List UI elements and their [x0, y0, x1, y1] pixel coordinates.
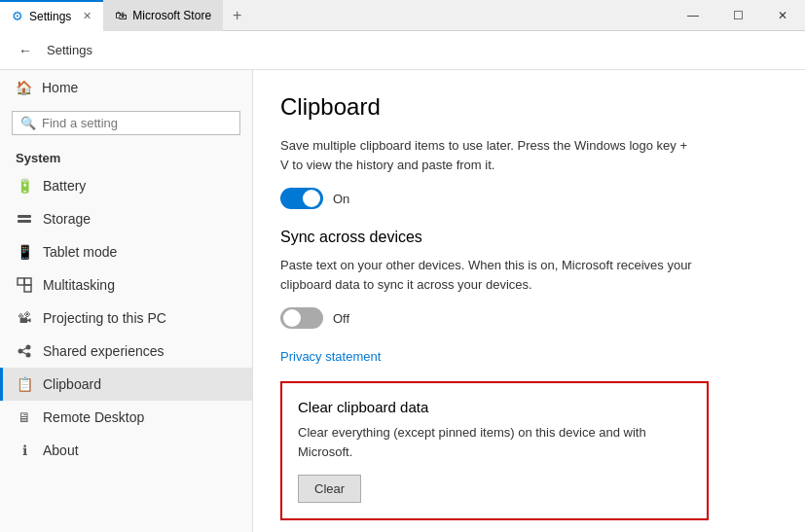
window-controls: — ☐ ✕ — [671, 0, 805, 31]
window-title: Settings — [47, 43, 92, 57]
sidebar-item-tablet-label: Tablet mode — [43, 244, 117, 260]
clear-box-description: Clear everything (except pinned items) o… — [298, 423, 691, 461]
sidebar-item-home[interactable]: 🏠 Home — [0, 70, 252, 105]
sidebar-item-about[interactable]: ℹ About — [0, 434, 252, 467]
settings-tab-icon: ⚙ — [12, 9, 23, 23]
back-button[interactable]: ← — [12, 37, 39, 64]
sync-toggle-thumb — [283, 309, 301, 327]
sync-toggle-row: Off — [280, 307, 778, 329]
svg-rect-1 — [18, 220, 31, 223]
search-icon: 🔍 — [20, 116, 36, 130]
svg-point-5 — [18, 349, 23, 354]
tab-microsoft-store[interactable]: 🛍 Microsoft Store — [103, 0, 223, 31]
sync-description: Paste text on your other devices. When t… — [280, 256, 699, 294]
toggle-thumb — [303, 190, 320, 207]
projecting-icon: 📽 — [16, 309, 33, 327]
clear-box-title: Clear clipboard data — [298, 399, 691, 415]
remote-desktop-icon: 🖥 — [16, 408, 33, 426]
about-icon: ℹ — [16, 442, 33, 459]
sync-toggle-label: Off — [333, 311, 349, 326]
svg-point-7 — [26, 353, 31, 358]
settings-tab-label: Settings — [29, 10, 71, 23]
sidebar-item-shared-experiences[interactable]: Shared experiences — [0, 335, 252, 368]
sidebar-item-storage-label: Storage — [43, 211, 91, 227]
new-tab-button[interactable]: + — [223, 0, 251, 31]
store-tab-icon: 🛍 — [115, 9, 127, 22]
sidebar-section-system: System — [0, 145, 252, 169]
page-title: Clipboard — [280, 93, 778, 121]
home-icon: 🏠 — [16, 80, 32, 95]
titlebar: ⚙ Settings ✕ 🛍 Microsoft Store + — ☐ ✕ — [0, 0, 805, 31]
minimize-button[interactable]: — — [671, 0, 715, 31]
sidebar-item-clipboard-label: Clipboard — [43, 376, 101, 392]
sidebar-item-battery[interactable]: 🔋 Battery — [0, 169, 252, 202]
window: ← Settings 🏠 Home 🔍 System 🔋 Battery — [0, 31, 805, 532]
sidebar-item-remote-desktop[interactable]: 🖥 Remote Desktop — [0, 401, 252, 434]
shared-icon — [16, 342, 33, 360]
battery-icon: 🔋 — [16, 177, 33, 195]
sidebar-item-projecting-label: Projecting to this PC — [43, 310, 166, 326]
sidebar-item-multitasking-label: Multitasking — [43, 277, 115, 293]
clear-button[interactable]: Clear — [298, 475, 361, 503]
sidebar-item-storage[interactable]: Storage — [0, 202, 252, 235]
storage-icon — [16, 210, 33, 228]
sidebar-item-projecting[interactable]: 📽 Projecting to this PC — [0, 301, 252, 335]
svg-rect-4 — [24, 278, 31, 285]
multitasking-icon — [16, 276, 33, 294]
sidebar-item-multitasking[interactable]: Multitasking — [0, 268, 252, 301]
svg-rect-3 — [24, 285, 31, 292]
svg-rect-2 — [18, 278, 24, 285]
svg-rect-0 — [18, 215, 31, 218]
tablet-icon: 📱 — [16, 243, 33, 261]
sync-section-title: Sync across devices — [280, 229, 778, 246]
search-input[interactable] — [42, 116, 232, 130]
clipboard-toggle-label: On — [333, 192, 349, 206]
clipboard-toggle-row: On — [280, 188, 778, 209]
settings-tab-close[interactable]: ✕ — [83, 10, 91, 22]
store-tab-label: Microsoft Store — [132, 9, 211, 22]
maximize-button[interactable]: ☐ — [715, 0, 760, 31]
svg-line-9 — [22, 352, 26, 354]
home-label: Home — [42, 80, 78, 95]
search-box[interactable]: 🔍 — [12, 111, 240, 135]
sidebar: 🏠 Home 🔍 System 🔋 Battery — [0, 70, 253, 532]
content-area: 🏠 Home 🔍 System 🔋 Battery — [0, 70, 805, 532]
sync-toggle[interactable] — [280, 307, 323, 329]
svg-point-6 — [26, 345, 31, 350]
clipboard-toggle[interactable] — [280, 188, 323, 209]
close-button[interactable]: ✕ — [760, 0, 805, 31]
privacy-statement-link[interactable]: Privacy statement — [280, 349, 381, 364]
clear-clipboard-box: Clear clipboard data Clear everything (e… — [280, 381, 709, 520]
sidebar-item-shared-label: Shared experiences — [43, 343, 165, 359]
svg-line-8 — [22, 348, 26, 350]
clipboard-description: Save multiple clipboard items to use lat… — [280, 136, 699, 174]
sidebar-item-tablet-mode[interactable]: 📱 Tablet mode — [0, 235, 252, 268]
sidebar-item-about-label: About — [43, 443, 79, 458]
window-toolbar: ← Settings — [0, 31, 805, 70]
sidebar-item-battery-label: Battery — [43, 178, 86, 194]
tab-settings[interactable]: ⚙ Settings ✕ — [0, 0, 103, 31]
sidebar-item-remote-label: Remote Desktop — [43, 409, 144, 425]
sidebar-item-clipboard[interactable]: 📋 Clipboard — [0, 368, 252, 401]
clipboard-icon: 📋 — [16, 375, 33, 393]
main-panel: Clipboard Save multiple clipboard items … — [253, 70, 805, 532]
tab-group: ⚙ Settings ✕ 🛍 Microsoft Store + — [0, 0, 671, 31]
